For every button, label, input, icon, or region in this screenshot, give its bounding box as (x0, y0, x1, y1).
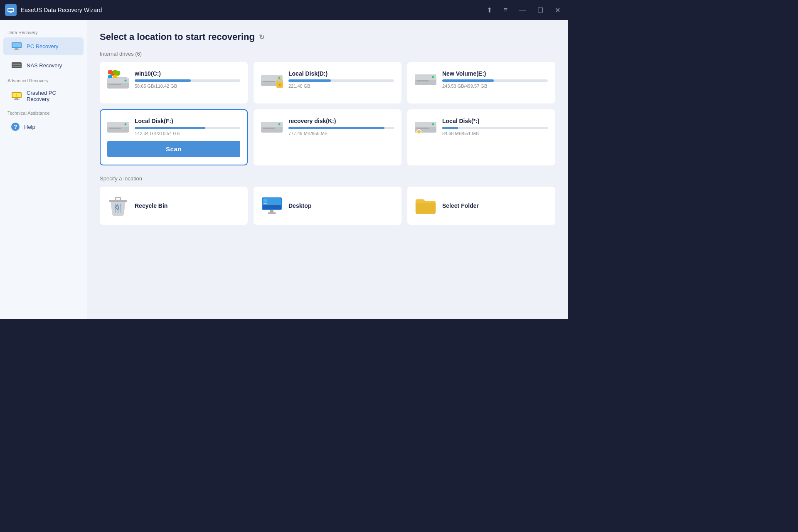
nas-recovery-label: NAS Recovery (27, 62, 62, 69)
svg-rect-62 (263, 205, 281, 209)
drive-icon-k (261, 118, 283, 135)
drives-grid: win10(C:) 58.65 GB/110.42 GB (100, 62, 555, 165)
desktop-icon (261, 196, 283, 216)
refresh-icon[interactable]: ↻ (259, 33, 264, 41)
desktop-label: Desktop (288, 202, 311, 209)
scan-button[interactable]: Scan (107, 141, 240, 157)
drive-name-c: win10(C:) (135, 70, 240, 77)
drive-size-k: 777.49 MB/850 MB (288, 131, 394, 136)
svg-point-11 (20, 66, 20, 66)
drive-card-d[interactable]: Local Disk(D:) 221.40 GB (254, 62, 401, 103)
sidebar-section-advanced: Advanced Recovery (0, 75, 87, 85)
drive-icon-d (261, 71, 283, 88)
location-grid: Recycle Bin (100, 187, 555, 225)
svg-point-38 (279, 84, 281, 86)
drive-info-d: Local Disk(D:) 221.40 GB (288, 70, 394, 89)
drive-name-d: Local Disk(D:) (288, 70, 394, 77)
app-icon (5, 4, 17, 16)
drive-icon-e (415, 71, 436, 88)
titlebar: EaseUS Data Recovery Wizard ⬆ ≡ — ☐ ✕ (0, 0, 568, 20)
svg-text:!: ! (16, 94, 17, 97)
svg-line-55 (115, 204, 116, 213)
drive-card-c[interactable]: win10(C:) 58.65 GB/110.42 GB (100, 62, 248, 103)
drive-card-star[interactable]: Local Disk(*:) 84.68 MB/551 MB (407, 109, 555, 165)
drive-name-k: recovery disk(K:) (288, 118, 394, 124)
app-title: EaseUS Data Recovery Wizard (21, 7, 484, 13)
page-title: Select a location to start recovering ↻ (100, 32, 555, 42)
help-label: Help (24, 124, 35, 130)
drive-card-e[interactable]: New Volume(E:) 243.53 GB/499.57 GB (407, 62, 555, 103)
drive-size-e: 243.53 GB/499.57 GB (442, 84, 548, 89)
svg-rect-65 (270, 210, 273, 212)
svg-point-53 (432, 123, 434, 126)
svg-rect-15 (15, 98, 18, 99)
drive-info-e: New Volume(E:) 243.53 GB/499.57 GB (442, 70, 548, 89)
drive-info-star: Local Disk(*:) 84.68 MB/551 MB (442, 118, 548, 136)
close-button[interactable]: ✕ (552, 5, 563, 16)
svg-point-49 (278, 123, 281, 126)
page-title-text: Select a location to start recovering (100, 32, 255, 42)
folder-icon (415, 196, 436, 216)
drive-size-c: 58.65 GB/110.42 GB (135, 84, 240, 89)
svg-rect-32 (109, 84, 121, 85)
svg-point-41 (432, 76, 434, 78)
window-controls: ⬆ ≡ — ☐ ✕ (484, 5, 563, 16)
svg-rect-46 (109, 128, 121, 129)
crashed-pc-label: Crashed PC Recovery (27, 90, 76, 102)
svg-rect-2 (10, 12, 12, 13)
drive-name-star: Local Disk(*:) (442, 118, 548, 124)
internal-drives-label: Internal drives (6) (100, 51, 555, 57)
drive-size-d: 221.40 GB (288, 84, 394, 89)
pc-recovery-label: PC Recovery (27, 43, 59, 49)
svg-rect-7 (12, 62, 22, 68)
drive-info-c: win10(C:) 58.65 GB/110.42 GB (135, 70, 240, 89)
nas-recovery-icon (11, 61, 22, 70)
sidebar-item-nas-recovery[interactable]: NAS Recovery (3, 57, 84, 74)
location-card-recycle[interactable]: Recycle Bin (100, 187, 248, 225)
maximize-button[interactable]: ☐ (535, 5, 546, 16)
upload-button[interactable]: ⬆ (484, 5, 495, 16)
svg-text:?: ? (14, 123, 17, 130)
sidebar-item-help[interactable]: ? Help (3, 118, 84, 135)
app-body: Data Recovery PC Recovery NAS Recovery A… (0, 20, 568, 319)
svg-rect-16 (14, 99, 20, 100)
svg-rect-64 (264, 203, 267, 204)
minimize-button[interactable]: — (517, 5, 528, 16)
svg-rect-63 (264, 199, 267, 202)
svg-rect-5 (15, 48, 18, 49)
sidebar-section-technical: Technical Assistance (0, 107, 87, 117)
svg-point-45 (125, 123, 127, 126)
svg-rect-59 (116, 197, 121, 200)
drive-name-f: Local Disk(F:) (135, 118, 240, 124)
drive-size-star: 84.68 MB/551 MB (442, 131, 548, 136)
sidebar: Data Recovery PC Recovery NAS Recovery A… (0, 20, 87, 319)
location-card-desktop[interactable]: Desktop (254, 187, 401, 225)
recycle-bin-label: Recycle Bin (135, 202, 167, 209)
svg-line-57 (121, 204, 121, 213)
drive-name-e: New Volume(E:) (442, 70, 548, 77)
drive-card-f[interactable]: Local Disk(F:) 142.04 GB/210.54 GB Scan (100, 109, 248, 165)
crashed-pc-icon: ! (11, 91, 22, 101)
content-area: Select a location to start recovering ↻ … (87, 20, 568, 319)
sidebar-section-data-recovery: Data Recovery (0, 27, 87, 37)
pc-recovery-icon (11, 42, 22, 51)
location-card-folder[interactable]: Select Folder (407, 187, 555, 225)
svg-rect-66 (268, 212, 276, 214)
drive-icon-star (415, 118, 436, 135)
drive-icon-c (107, 71, 129, 88)
svg-rect-4 (12, 43, 21, 47)
svg-rect-36 (263, 81, 275, 82)
help-icon: ? (11, 122, 20, 131)
sidebar-item-crashed-pc[interactable]: ! Crashed PC Recovery (3, 86, 84, 106)
sidebar-item-pc-recovery[interactable]: PC Recovery (3, 37, 84, 55)
svg-rect-1 (8, 9, 13, 11)
menu-button[interactable]: ≡ (501, 5, 510, 16)
drive-card-k[interactable]: recovery disk(K:) 777.49 MB/850 MB (254, 109, 401, 165)
select-folder-label: Select Folder (442, 202, 479, 209)
svg-point-31 (125, 80, 127, 82)
svg-rect-54 (416, 128, 429, 129)
drive-info-f: Local Disk(F:) 142.04 GB/210.54 GB (135, 118, 240, 136)
drive-icon-f (107, 118, 129, 135)
drive-info-k: recovery disk(K:) 777.49 MB/850 MB (288, 118, 394, 136)
svg-point-10 (20, 64, 20, 64)
